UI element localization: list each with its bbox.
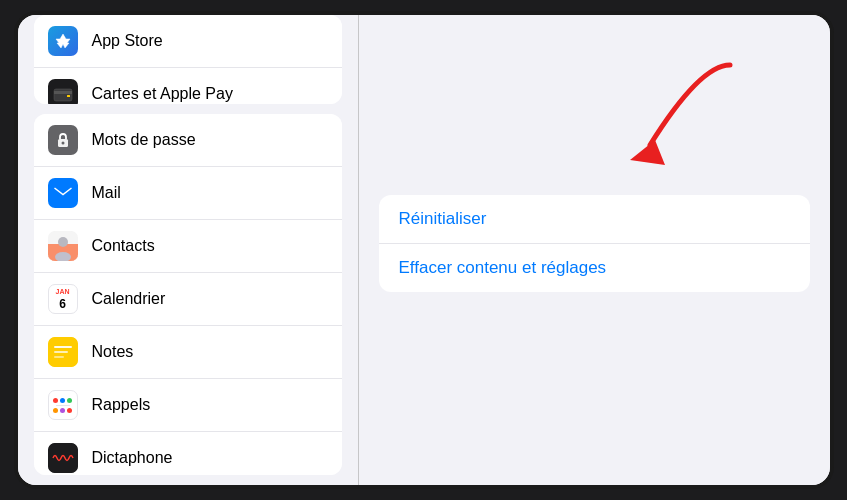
sidebar-item-contacts[interactable]: Contacts [34, 220, 342, 273]
svg-point-9 [58, 237, 68, 247]
ipad-frame: App Store Cartes et Apple Pay [14, 11, 834, 489]
sidebar-item-cartes[interactable]: Cartes et Apple Pay [34, 68, 342, 104]
effacer-label: Effacer contenu et réglages [399, 258, 607, 277]
svg-point-4 [61, 142, 64, 145]
sidebar-item-calendrier[interactable]: JAN 6 Calendrier [34, 273, 342, 326]
sidebar: App Store Cartes et Apple Pay [18, 15, 358, 485]
rappels-label: Rappels [92, 396, 151, 414]
mots-de-passe-label: Mots de passe [92, 131, 196, 149]
svg-marker-17 [630, 140, 665, 165]
sidebar-item-mots-de-passe[interactable]: Mots de passe [34, 114, 342, 167]
content-area: Réinitialiser Effacer contenu et réglage… [379, 195, 810, 294]
appstore-label: App Store [92, 32, 163, 50]
svg-rect-12 [54, 346, 72, 348]
svg-rect-1 [54, 91, 72, 94]
main-content: Réinitialiser Effacer contenu et réglage… [359, 15, 830, 485]
svg-rect-15 [48, 443, 78, 473]
sidebar-item-dictaphone[interactable]: Dictaphone [34, 432, 342, 475]
notes-label: Notes [92, 343, 134, 361]
contacts-icon [48, 231, 78, 261]
calendrier-label: Calendrier [92, 290, 166, 308]
svg-rect-13 [54, 351, 68, 353]
contacts-label: Contacts [92, 237, 155, 255]
notes-icon [48, 337, 78, 367]
appstore-icon [48, 26, 78, 56]
mail-icon [48, 178, 78, 208]
sidebar-group-main: Mots de passe Mail [34, 114, 342, 475]
sidebar-item-appstore[interactable]: App Store [34, 15, 342, 68]
reinitialiser-item[interactable]: Réinitialiser [379, 195, 810, 244]
cartes-label: Cartes et Apple Pay [92, 85, 233, 103]
svg-rect-2 [67, 95, 70, 97]
sidebar-item-mail[interactable]: Mail [34, 167, 342, 220]
sidebar-item-rappels[interactable]: Rappels [34, 379, 342, 432]
sidebar-group-top: App Store Cartes et Apple Pay [34, 15, 342, 104]
svg-rect-14 [54, 356, 64, 358]
mail-label: Mail [92, 184, 121, 202]
settings-group: Réinitialiser Effacer contenu et réglage… [379, 195, 810, 292]
effacer-item[interactable]: Effacer contenu et réglages [379, 244, 810, 292]
reinitialiser-label: Réinitialiser [399, 209, 487, 228]
sidebar-item-notes[interactable]: Notes [34, 326, 342, 379]
screen: App Store Cartes et Apple Pay [18, 15, 830, 485]
calendar-icon: JAN 6 [48, 284, 78, 314]
arrow-annotation [570, 45, 750, 209]
dictaphone-icon [48, 443, 78, 473]
dictaphone-label: Dictaphone [92, 449, 173, 467]
reminders-icon [48, 390, 78, 420]
wallet-icon [48, 79, 78, 104]
password-icon [48, 125, 78, 155]
